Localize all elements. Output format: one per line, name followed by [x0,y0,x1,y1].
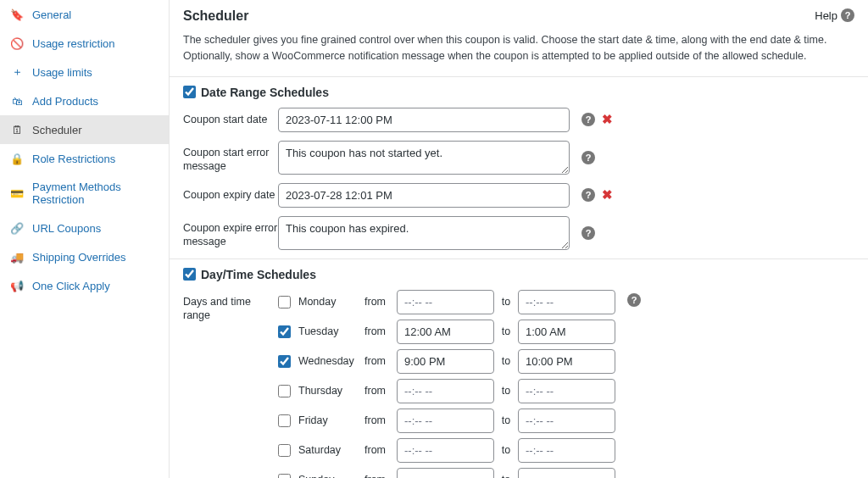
sidebar-item-payment-methods-restriction[interactable]: 💳Payment Methods Restriction [0,173,169,214]
from-time-input-thursday[interactable] [397,379,494,403]
from-label: from [364,325,392,337]
start-date-label: Coupon start date [183,108,278,126]
sidebar-item-one-click-apply[interactable]: 📢One Click Apply [0,271,169,300]
days-range-label: Days and time range [183,290,278,323]
help-icon[interactable]: ? [581,226,595,240]
day-row-monday: Mondayfromto [278,290,615,314]
sidebar-item-usage-limits[interactable]: ＋Usage limits [0,58,169,86]
day-label: Monday [298,296,359,308]
start-date-input[interactable] [278,108,570,132]
from-label: from [364,414,392,426]
to-label: to [499,296,513,308]
to-time-input-sunday[interactable] [518,468,615,479]
day-row-wednesday: Wednesdayfromto [278,349,615,374]
sidebar-item-url-coupons[interactable]: 🔗URL Coupons [0,214,169,242]
day-checkbox-friday[interactable] [278,414,291,427]
sidebar-item-label: Payment Methods Restriction [32,181,159,206]
to-time-input-thursday[interactable] [518,379,615,403]
to-label: to [499,325,513,337]
sidebar-item-label: Shipping Overrides [32,251,126,264]
day-checkbox-thursday[interactable] [278,385,291,397]
sidebar-item-scheduler[interactable]: 🗓Scheduler [0,115,169,144]
from-time-input-monday[interactable] [397,290,494,314]
from-label: from [364,355,392,367]
day-time-heading-text: Day/Time Schedules [201,268,316,281]
day-checkbox-saturday[interactable] [278,444,291,457]
from-time-input-sunday[interactable] [397,468,494,479]
from-time-input-tuesday[interactable] [397,320,494,344]
from-time-input-wednesday[interactable] [397,349,494,374]
lock-icon: 🔒 [10,152,24,165]
day-row-tuesday: Tuesdayfromto [278,320,615,344]
day-checkbox-monday[interactable] [278,296,291,308]
calendar-icon: 🗓 [10,123,24,136]
to-time-input-saturday[interactable] [518,438,615,463]
bag-icon: 🛍 [10,94,24,108]
expire-error-input[interactable] [278,216,570,250]
expiry-date-input[interactable] [278,183,570,208]
divider [170,76,868,77]
expiry-date-label: Coupon expiry date [183,183,278,202]
divider [170,258,868,259]
sidebar: 🔖General🚫Usage restriction＋Usage limits🛍… [0,0,170,478]
from-label: from [364,474,392,478]
to-time-input-friday[interactable] [518,409,615,433]
help-icon[interactable]: ? [627,293,641,307]
from-label: from [364,444,392,456]
day-label: Sunday [298,474,359,478]
plus-icon: ＋ [10,65,24,79]
link-icon: 🔗 [10,221,24,235]
sidebar-item-shipping-overrides[interactable]: 🚚Shipping Overrides [0,242,169,271]
clear-start-date-icon[interactable]: ✖ [602,112,613,127]
help-icon[interactable]: ? [581,188,595,202]
expire-error-label: Coupon expire error message [183,216,278,249]
date-range-section-heading: Date Range Schedules [183,86,854,99]
page-title: Scheduler [183,8,854,24]
megaphone-icon: 📢 [10,279,24,292]
day-checkbox-tuesday[interactable] [278,325,291,338]
sidebar-item-label: General [32,8,71,21]
sidebar-item-role-restrictions[interactable]: 🔒Role Restrictions [0,144,169,173]
sidebar-item-label: One Click Apply [32,280,110,292]
card-icon: 💳 [10,186,24,200]
sidebar-item-add-products[interactable]: 🛍Add Products [0,86,169,115]
day-label: Thursday [298,385,359,397]
help-icon[interactable]: ? [581,151,595,164]
date-range-heading-text: Date Range Schedules [201,86,329,99]
sidebar-item-usage-restriction[interactable]: 🚫Usage restriction [0,29,169,58]
sidebar-item-label: URL Coupons [32,222,101,235]
from-label: from [364,385,392,397]
ban-icon: 🚫 [10,36,24,50]
date-range-toggle[interactable] [183,86,196,98]
main-panel: Help ? Scheduler The scheduler gives you… [170,0,868,478]
day-time-toggle[interactable] [183,268,196,281]
page-description: The scheduler gives you fine grained con… [183,32,853,64]
day-row-saturday: Saturdayfromto [278,438,615,463]
to-time-input-monday[interactable] [518,290,615,314]
sidebar-item-general[interactable]: 🔖General [0,0,169,29]
to-label: to [499,385,513,397]
clear-expiry-date-icon[interactable]: ✖ [602,187,613,203]
day-row-thursday: Thursdayfromto [278,379,615,403]
start-error-input[interactable] [278,141,570,175]
sidebar-item-label: Add Products [32,95,98,108]
to-time-input-wednesday[interactable] [518,349,615,374]
help-icon[interactable]: ? [581,113,595,126]
day-row-friday: Fridayfromto [278,409,615,433]
day-label: Saturday [298,444,359,456]
day-checkbox-wednesday[interactable] [278,355,291,368]
to-time-input-tuesday[interactable] [518,320,615,344]
day-label: Tuesday [298,325,359,337]
to-label: to [499,474,513,478]
sidebar-item-label: Scheduler [32,124,82,136]
from-time-input-friday[interactable] [397,409,494,433]
help-link[interactable]: Help ? [815,8,854,22]
sidebar-item-label: Usage restriction [32,37,115,50]
help-icon: ? [841,8,854,22]
day-checkbox-sunday[interactable] [278,474,291,479]
from-time-input-saturday[interactable] [397,438,494,463]
day-rows: MondayfromtoTuesdayfromtoWednesdayfromto… [278,290,615,479]
sidebar-item-label: Usage limits [32,66,92,79]
from-label: from [364,296,392,308]
to-label: to [499,355,513,367]
